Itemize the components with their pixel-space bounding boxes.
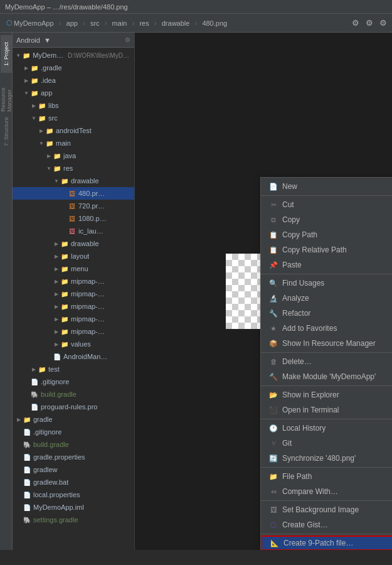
tree-label-manifest: AndroidMan… xyxy=(63,353,107,360)
tree-arrow-mipmap1: ▶ xyxy=(53,277,60,285)
tree-item-1080png[interactable]: ▶ 🖼 1080.p… xyxy=(13,212,134,225)
tree-item-values[interactable]: ▶ 📁 values xyxy=(13,338,134,350)
cm-item-refactor[interactable]: 🔧 Refactor ▶ xyxy=(261,306,392,321)
tree-item-gradlewbat[interactable]: ▶ 📄 gradlew.bat xyxy=(13,476,134,488)
tree-item-480png[interactable]: ▶ 🖼 480.pr… xyxy=(13,187,134,200)
png-icon-720: 🖼 xyxy=(68,202,77,210)
cm-item-addtofav[interactable]: ★ Add to Favorites ▶ xyxy=(261,321,392,336)
sidebar-tab-project[interactable]: 1: Project xyxy=(1,35,12,73)
panel-expand-icon[interactable]: ▼ xyxy=(44,36,51,44)
tree-label-1080png: 1080.p… xyxy=(78,215,107,222)
tree-item-src[interactable]: ▼ 📁 src xyxy=(13,112,134,124)
toolbar-res[interactable]: res xyxy=(137,18,151,28)
panel-header: Android ▼ ⚙ xyxy=(13,33,134,48)
settings-icon[interactable]: ⚙ xyxy=(364,18,374,28)
tree-arrow-mipmap5: ▶ xyxy=(53,328,60,335)
tree-item-libs[interactable]: ▶ 📁 libs xyxy=(13,99,134,112)
cm-item-showinexplorer[interactable]: 📂 Show in Explorer xyxy=(261,387,392,402)
folder-icon-app: 📁 xyxy=(30,89,39,97)
tree-item-androidtest[interactable]: ▶ 📁 androidTest xyxy=(13,124,134,137)
tree-item-java[interactable]: ▶ 📁 java xyxy=(13,149,134,162)
cm-separator-4 xyxy=(261,385,392,386)
tree-item-iclauncher[interactable]: ▶ 🖼 ic_lau… xyxy=(13,225,134,237)
app-icon: ⬡ xyxy=(6,19,13,27)
tree-item-test[interactable]: ▶ 📁 test xyxy=(13,363,134,375)
tree-item-settings[interactable]: ▶ 🐘 settings.gradle xyxy=(13,514,134,526)
tree-item-mipmap3[interactable]: ▶ 📁 mipmap-… xyxy=(13,300,134,313)
sidebar-tab-structure[interactable]: 7: Structure xyxy=(1,113,12,151)
tree-item-drawable2[interactable]: ▶ 📁 drawable xyxy=(13,237,134,250)
toolbar-module[interactable]: app xyxy=(64,18,80,28)
tree-item-layout[interactable]: ▶ 📁 layout xyxy=(13,250,134,262)
cm-item-create9patch[interactable]: 📐 Create 9-Patch file… xyxy=(261,535,392,550)
tree-item-gradle[interactable]: ▶ 📁 .gradle xyxy=(13,62,134,74)
cm-item-filepath[interactable]: 📁 File Path Ctrl+Alt+F12 xyxy=(261,469,392,484)
toolbar-main[interactable]: main xyxy=(110,18,130,28)
cm-item-copypath[interactable]: 📋 Copy Path Ctrl+Shift+C xyxy=(261,227,392,242)
tree-label-iml: MyDemoApp.iml xyxy=(33,503,84,511)
tree-item-mipmap1[interactable]: ▶ 📁 mipmap-… xyxy=(13,275,134,288)
cm-item-localhistory[interactable]: 🕐 Local History ▶ xyxy=(261,421,392,436)
tree-item-proguard[interactable]: ▶ 📄 proguard-rules.pro xyxy=(13,401,134,413)
tree-label-mipmap2: mipmap-… xyxy=(71,290,105,298)
cm-item-makemodule[interactable]: 🔨 Make Module 'MyDemoApp' Ctrl+Shift+F9 xyxy=(261,369,392,384)
tree-item-mipmap2[interactable]: ▶ 📁 mipmap-… xyxy=(13,288,134,300)
tree-label-main: main xyxy=(56,139,71,147)
cm-item-copy[interactable]: ⧉ Copy Ctrl+C xyxy=(261,212,392,227)
tree-item-gitignore[interactable]: ▶ 📄 .gitignore xyxy=(13,375,134,388)
tree-item-iml[interactable]: ▶ 📄 MyDemoApp.iml xyxy=(13,501,134,514)
cm-item-showinresource[interactable]: 📦 Show In Resource Manager Ctrl+Shift+T xyxy=(261,336,392,351)
cm-item-creategist[interactable]: ⬡ Create Gist… xyxy=(261,517,392,532)
tree-item-buildgradle2[interactable]: ▶ 🐘 build.gradle xyxy=(13,438,134,451)
tree-item-root[interactable]: ▼ 📁 MyDemoApp D:\WORK\files\MyDemoApp xyxy=(13,49,134,62)
cm-item-paste[interactable]: 📌 Paste Ctrl+V xyxy=(261,257,392,272)
tree-label-app: app xyxy=(41,89,52,97)
tree-item-mipmap5[interactable]: ▶ 📁 mipmap-… xyxy=(13,325,134,338)
cm-item-git[interactable]: ⑂ Git ▶ xyxy=(261,436,392,451)
tree-label-res: res xyxy=(63,164,73,172)
png-icon-1080: 🖼 xyxy=(68,214,77,223)
cm-label-findusages: Find Usages xyxy=(282,279,392,288)
panel-gear-icon[interactable]: ⚙ xyxy=(125,36,130,43)
tree-item-app[interactable]: ▼ 📁 app xyxy=(13,87,134,99)
tree-item-idea[interactable]: ▶ 📁 .idea xyxy=(13,74,134,87)
tree-item-drawable[interactable]: ▼ 📁 drawable xyxy=(13,175,134,187)
tree-item-menu[interactable]: ▶ 📁 menu xyxy=(13,262,134,275)
cm-item-comparewith[interactable]: ⇔ Compare With… Ctrl+D xyxy=(261,484,392,499)
toolbar-app[interactable]: ⬡ MyDemoApp xyxy=(4,18,56,28)
cm-item-findusages[interactable]: 🔍 Find Usages Alt+F7 xyxy=(261,276,392,291)
cm-item-cut[interactable]: ✂ Cut Ctrl+X xyxy=(261,197,392,212)
tree-item-gitignore2[interactable]: ▶ 📄 .gitignore xyxy=(13,426,134,438)
cm-item-sync[interactable]: 🔄 Synchronize '480.png' xyxy=(261,451,392,466)
cm-item-analyze[interactable]: 🔬 Analyze ▶ xyxy=(261,291,392,306)
tree-item-720png[interactable]: ▶ 🖼 720.pr… xyxy=(13,200,134,212)
cm-label-comparewith: Compare With… xyxy=(282,487,392,496)
tree-item-gradlew[interactable]: ▶ 📄 gradlew xyxy=(13,463,134,476)
tree-item-res[interactable]: ▼ 📁 res xyxy=(13,162,134,175)
cm-label-copypath: Copy Path xyxy=(282,230,392,239)
folder-icon-mipmap3: 📁 xyxy=(60,302,69,311)
sidebar-tab-resource[interactable]: Resource Manager xyxy=(1,74,12,112)
cm-item-delete[interactable]: 🗑 Delete… Delete xyxy=(261,354,392,369)
tree-item-main[interactable]: ▼ 📁 main xyxy=(13,137,134,149)
tree-item-buildgradle[interactable]: ▶ 🐘 build.gradle xyxy=(13,388,134,401)
tree-label-buildgradle: build.gradle xyxy=(41,390,77,398)
tree-arrow-androidtest: ▶ xyxy=(38,127,45,134)
cm-item-setbg[interactable]: 🖼 Set Background Image xyxy=(261,502,392,517)
toolbar-src[interactable]: src xyxy=(88,18,102,28)
tree-item-gradle2[interactable]: ▶ 📁 gradle xyxy=(13,413,134,426)
cm-item-new[interactable]: 📄 New ▶ xyxy=(261,179,392,194)
cm-separator-6 xyxy=(261,467,392,468)
tree-item-localprop[interactable]: ▶ 📄 local.properties xyxy=(13,488,134,501)
tree-item-mipmap4[interactable]: ▶ 📁 mipmap-… xyxy=(13,313,134,325)
cm-item-openinterminal[interactable]: ⬛ Open in Terminal xyxy=(261,402,392,417)
cm-item-copyrelpath[interactable]: 📋 Copy Relative Path Ctrl+Alt+Shift+C xyxy=(261,242,392,257)
sync-icon[interactable]: ⚙ xyxy=(351,18,361,28)
toolbar-file[interactable]: 480.png xyxy=(199,18,230,28)
history-icon: 🕐 xyxy=(268,423,278,433)
toolbar-drawable[interactable]: drawable xyxy=(159,18,193,28)
tree-item-gradleprop[interactable]: ▶ 📄 gradle.properties xyxy=(13,451,134,463)
file-icon-gradlewbat: 📄 xyxy=(23,478,31,487)
tree-item-manifest[interactable]: ▶ 📄 AndroidMan… xyxy=(13,350,134,363)
gear-icon[interactable]: ⚙ xyxy=(378,18,388,28)
